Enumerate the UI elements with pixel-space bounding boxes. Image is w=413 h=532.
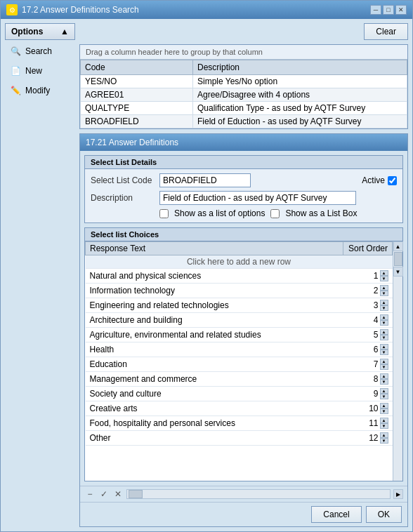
response-text-cell: Natural and physical sciences xyxy=(86,269,343,284)
spinner-up[interactable]: ▲ xyxy=(380,329,388,335)
spinner-down[interactable]: ▼ xyxy=(380,350,388,355)
cancel-button[interactable]: Cancel xyxy=(311,506,361,523)
show-as-list-checkbox[interactable] xyxy=(159,209,169,218)
hscroll-right-arrow[interactable]: ▶ xyxy=(393,489,403,499)
spinner-up[interactable]: ▲ xyxy=(380,388,388,394)
results-table: Code Description YES/NOSimple Yes/No opt… xyxy=(80,60,407,128)
active-label: Active xyxy=(362,175,385,185)
choice-row[interactable]: Food, hospitality and personal services1… xyxy=(86,416,393,431)
choice-row[interactable]: Natural and physical sciences1▲▼ xyxy=(86,269,393,284)
response-text-cell: Architecture and building xyxy=(86,313,343,328)
response-text-cell: Other xyxy=(86,431,343,446)
choice-row[interactable]: Health6▲▼ xyxy=(86,343,393,357)
table-row[interactable]: QUALTYPEQualification Type - as used by … xyxy=(81,102,407,115)
table-row[interactable]: YES/NOSimple Yes/No option xyxy=(81,75,407,88)
spinner-down[interactable]: ▼ xyxy=(380,364,388,370)
confirm-button[interactable]: ✓ xyxy=(98,488,110,500)
add-row-label[interactable]: Click here to add a new row xyxy=(86,255,393,269)
sort-order-cell: 10▲▼ xyxy=(343,401,393,416)
spinner-up[interactable]: ▲ xyxy=(380,359,388,364)
choice-row[interactable]: Agriculture, environmental and related s… xyxy=(86,328,393,343)
sort-order-cell: 12▲▼ xyxy=(343,431,393,446)
sort-order-cell: 1▲▼ xyxy=(343,269,393,284)
active-checkbox[interactable] xyxy=(388,176,397,185)
spinner-up[interactable]: ▲ xyxy=(380,300,388,305)
scroll-thumb[interactable] xyxy=(394,252,402,266)
response-text-cell: Creative arts xyxy=(86,401,343,416)
choice-row[interactable]: Engineering and related technologies3▲▼ xyxy=(86,298,393,313)
choice-row[interactable]: Creative arts10▲▼ xyxy=(86,401,393,416)
choice-row[interactable]: Information technology2▲▼ xyxy=(86,284,393,298)
response-text-cell: Society and culture xyxy=(86,387,343,401)
sort-order-header[interactable]: Sort Order xyxy=(343,242,393,255)
cancel-edit-button[interactable]: ✕ xyxy=(112,488,124,500)
spinner-down[interactable]: ▼ xyxy=(380,423,388,429)
spinner-up[interactable]: ▲ xyxy=(380,432,388,438)
spinner-up[interactable]: ▲ xyxy=(380,270,388,276)
spinner-down[interactable]: ▼ xyxy=(380,335,388,340)
choices-title: Select list Choices xyxy=(85,228,402,241)
response-text-header[interactable]: Response Text xyxy=(86,242,343,255)
table-row[interactable]: BROADFIELDField of Eduction - as used by… xyxy=(81,115,407,128)
col-header-description[interactable]: Description xyxy=(193,60,407,75)
spinner-down[interactable]: ▼ xyxy=(380,408,388,414)
choice-row[interactable]: Other12▲▼ xyxy=(86,431,393,446)
sidebar-item-new[interactable]: 📄 New xyxy=(5,62,75,79)
description-input[interactable] xyxy=(159,191,356,205)
spinner-up[interactable]: ▲ xyxy=(380,314,388,320)
options-button[interactable]: Options ▲ xyxy=(5,23,75,40)
sort-order-cell: 9▲▼ xyxy=(343,387,393,401)
spinner-up[interactable]: ▲ xyxy=(380,285,388,291)
description-cell: Qualification Type - as used by AQTF Sur… xyxy=(193,102,407,115)
sidebar-item-search[interactable]: 🔍 Search xyxy=(5,43,75,60)
scroll-down-arrow[interactable]: ▼ xyxy=(393,267,403,277)
title-controls: ─ □ ✕ xyxy=(370,5,407,15)
show-as-list-box-label: Show as a List Box xyxy=(285,208,357,218)
show-as-list-box-checkbox[interactable] xyxy=(270,209,280,218)
choice-row[interactable]: Management and commerce8▲▼ xyxy=(86,372,393,387)
add-row-button[interactable]: − xyxy=(84,488,96,500)
choice-row[interactable]: Society and culture9▲▼ xyxy=(86,387,393,401)
description-cell: Field of Eduction - as used by AQTF Surv… xyxy=(193,115,407,128)
new-icon: 📄 xyxy=(10,65,21,77)
ok-button[interactable]: OK xyxy=(366,506,402,523)
main-window: ⚙ 17.2 Answer Definitions Search ─ □ ✕ O… xyxy=(0,0,413,532)
table-row[interactable]: AGREE01Agree/Disagree with 4 options xyxy=(81,88,407,102)
col-header-code[interactable]: Code xyxy=(81,60,193,75)
detail-dialog: 17.21 Answer Definitions Select List Det… xyxy=(79,133,408,527)
spinner-up[interactable]: ▲ xyxy=(380,418,388,423)
description-cell: Simple Yes/No option xyxy=(193,75,407,88)
section-title-details: Select List Details xyxy=(85,156,402,169)
spinner-down[interactable]: ▼ xyxy=(380,276,388,281)
response-text-cell: Engineering and related technologies xyxy=(86,298,343,313)
spinner-up[interactable]: ▲ xyxy=(380,344,388,350)
clear-button[interactable]: Clear xyxy=(364,23,408,40)
spinner-down[interactable]: ▼ xyxy=(380,305,388,311)
add-new-row[interactable]: Click here to add a new row xyxy=(86,255,393,269)
choice-row[interactable]: Architecture and building4▲▼ xyxy=(86,313,393,328)
scroll-up-arrow[interactable]: ▲ xyxy=(393,241,403,251)
modify-icon: ✏️ xyxy=(10,85,21,96)
list-code-input[interactable] xyxy=(159,173,251,187)
choices-scrollbar: ▲ ▼ xyxy=(393,241,402,481)
dialog-body: Select List Details Select List Code Act… xyxy=(80,151,407,486)
spinner-down[interactable]: ▼ xyxy=(380,394,388,399)
spinner-down[interactable]: ▼ xyxy=(380,291,388,296)
spinner-up[interactable]: ▲ xyxy=(380,373,388,379)
minimize-button[interactable]: ─ xyxy=(370,5,381,15)
maximize-button[interactable]: □ xyxy=(383,5,394,15)
dialog-title: 17.21 Answer Definitions xyxy=(86,138,178,147)
sidebar-item-modify[interactable]: ✏️ Modify xyxy=(5,82,75,99)
spinner-down[interactable]: ▼ xyxy=(380,320,388,326)
top-actions: Clear xyxy=(79,23,408,40)
new-label: New xyxy=(25,66,42,76)
choices-table: Response Text Sort Order Click here to a… xyxy=(85,241,393,446)
choice-row[interactable]: Education7▲▼ xyxy=(86,357,393,372)
dialog-footer: Cancel OK xyxy=(80,502,407,526)
horizontal-scrollbar[interactable] xyxy=(126,489,391,499)
spinner-up[interactable]: ▲ xyxy=(380,403,388,408)
modify-label: Modify xyxy=(25,86,50,95)
close-button[interactable]: ✕ xyxy=(395,5,407,15)
spinner-down[interactable]: ▼ xyxy=(380,379,388,385)
spinner-down[interactable]: ▼ xyxy=(380,438,388,444)
